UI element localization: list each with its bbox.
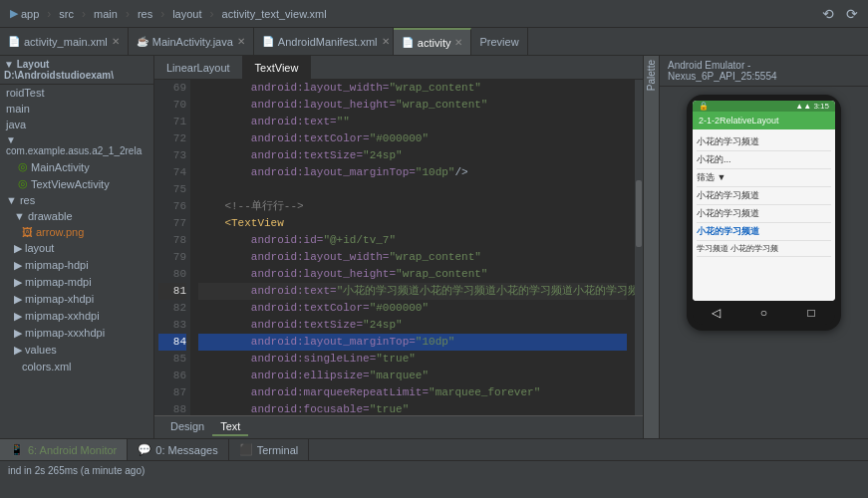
- code-line-79: android:layout_width="wrap_content": [198, 249, 627, 266]
- code-line-87: android:marqueeRepeatLimit="marquee_fore…: [198, 384, 627, 401]
- phone-item-2: 小花的...: [697, 151, 831, 169]
- sep4: ›: [160, 7, 164, 21]
- main-layout: ▼ Layout D:\Androidstudioexam\ roidTest …: [0, 56, 868, 438]
- code-line-70: android:layout_height="wrap_content": [198, 97, 627, 114]
- sidebar-item-arrow[interactable]: 🖼 arrow.png: [0, 224, 153, 240]
- palette-sidebar: Palette: [643, 56, 659, 438]
- tab-mainactivity[interactable]: ☕ MainActivity.java ✕: [129, 28, 254, 55]
- sidebar-item-mipmap-xxhdpi[interactable]: ▶ mipmap-xxhdpi: [0, 308, 153, 325]
- java-icon: ☕: [137, 36, 148, 47]
- sidebar-item-androidtest[interactable]: roidTest: [0, 85, 153, 101]
- sidebar-item-textviewactivity[interactable]: ◎ TextViewActivity: [0, 175, 153, 192]
- png-icon: 🖼: [22, 226, 33, 238]
- code-line-85: android:singleLine="true": [198, 351, 627, 368]
- main-breadcrumb[interactable]: main: [88, 8, 124, 20]
- res-breadcrumb[interactable]: res: [132, 8, 158, 20]
- sidebar-item-layout[interactable]: ▶ layout: [0, 240, 153, 257]
- sidebar-item-main[interactable]: main: [0, 101, 153, 117]
- code-line-81: android:text="小花的学习频道小花的学习频道小花的学习频道小花的学习…: [198, 283, 627, 300]
- sidebar-item-drawable[interactable]: ▼ drawable: [0, 208, 153, 224]
- design-text-tabs: Design Text: [154, 415, 643, 438]
- code-line-88: android:focusable="true": [198, 401, 627, 415]
- scroll-thumb[interactable]: [636, 180, 642, 247]
- tab-preview[interactable]: Preview: [471, 28, 527, 55]
- bottom-tab-messages[interactable]: 💬 0: Messages: [128, 439, 228, 460]
- sidebar-item-values[interactable]: ▶ values: [0, 342, 153, 359]
- top-bar: ▶ app › src › main › res › layout › acti…: [0, 0, 868, 28]
- redo-button[interactable]: ⟳: [840, 6, 864, 22]
- sep1: ›: [47, 7, 51, 21]
- design-tab[interactable]: Design: [162, 418, 212, 436]
- phone-item-5: 小花的学习频道: [697, 205, 831, 223]
- phone-item-1: 小花的学习频道: [697, 133, 831, 151]
- sidebar-item-colors[interactable]: colors.xml: [0, 359, 153, 374]
- phone-item-7: 学习频道 小花的学习频: [697, 241, 831, 257]
- nav-recent-button[interactable]: □: [803, 305, 819, 321]
- sidebar-header: ▼ Layout D:\Androidstudioexam\: [0, 56, 153, 85]
- code-line-74: android:layout_marginTop="10dp"/>: [198, 164, 627, 181]
- code-line-77: <TextView: [198, 215, 627, 232]
- phone-container: 🔒 ▲▲ 3:15 2-1-2RelativeLayout 小花的学习频道 小花…: [660, 87, 868, 438]
- android-monitor-icon: 📱: [10, 443, 24, 456]
- nav-back-button[interactable]: ◁: [709, 305, 724, 321]
- code-line-69: android:layout_width="wrap_content": [198, 80, 627, 97]
- sidebar-item-mipmap-hdpi[interactable]: ▶ mipmap-hdpi: [0, 257, 153, 274]
- close-tab-4[interactable]: ✕: [454, 37, 462, 48]
- xml-icon-3: 📄: [402, 37, 414, 48]
- sidebar-item-mainactivity[interactable]: ◎ MainActivity: [0, 158, 153, 175]
- sidebar-item-mipmap-mdpi[interactable]: ▶ mipmap-mdpi: [0, 274, 153, 291]
- phone-screen: 🔒 ▲▲ 3:15 2-1-2RelativeLayout 小花的学习频道 小花…: [693, 101, 835, 301]
- code-line-80: android:layout_height="wrap_content": [198, 266, 627, 283]
- close-tab-2[interactable]: ✕: [237, 36, 245, 47]
- sep5: ›: [210, 7, 214, 21]
- src-breadcrumb[interactable]: src: [53, 8, 80, 20]
- code-content[interactable]: 69 70 71 72 73 74 75 76 77 78 79 80 81 8…: [154, 80, 643, 415]
- layout-breadcrumb[interactable]: layout: [166, 8, 207, 20]
- text-tab[interactable]: Text: [212, 418, 248, 436]
- phone-item-6: 小花的学习频道: [697, 223, 831, 241]
- bottom-bar: 📱 6: Android Monitor 💬 0: Messages ⬛ Ter…: [0, 438, 868, 460]
- bottom-tab-terminal[interactable]: ⬛ Terminal: [229, 439, 310, 460]
- tab-activity-active[interactable]: 📄 activity ✕: [394, 28, 472, 55]
- emulator-header: Android Emulator - Nexus_6P_API_25:5554: [660, 56, 868, 87]
- app-breadcrumb[interactable]: ▶ app: [4, 7, 45, 20]
- status-bar: ind in 2s 265ms (a minute ago): [0, 460, 868, 480]
- close-tab-3[interactable]: ✕: [382, 36, 390, 47]
- class-icon-2: ◎: [18, 177, 28, 190]
- sidebar-item-package[interactable]: ▼ com.example.asus.a2_1_2rela: [0, 132, 153, 158]
- terminal-icon: ⬛: [239, 443, 253, 456]
- phone-item-4: 小花的学习频道: [697, 187, 831, 205]
- code-line-76: <!--单行行-->: [198, 198, 627, 215]
- code-lines[interactable]: android:layout_width="wrap_content" andr…: [190, 80, 635, 415]
- code-line-83: android:textSize="24sp": [198, 317, 627, 334]
- close-tab-1[interactable]: ✕: [112, 36, 120, 47]
- sidebar-item-java[interactable]: java: [0, 117, 153, 132]
- code-line-84: android:layout_marginTop="10dp": [198, 334, 627, 351]
- emulator-panel: Android Emulator - Nexus_6P_API_25:5554 …: [659, 56, 868, 438]
- nav-home-button[interactable]: ○: [755, 305, 771, 321]
- sidebar-item-mipmap-xxxhdpi[interactable]: ▶ mipmap-xxxhdpi: [0, 325, 153, 342]
- palette-label[interactable]: Palette: [646, 60, 657, 91]
- code-line-72: android:textColor="#000000": [198, 130, 627, 147]
- bottom-tab-android-monitor[interactable]: 📱 6: Android Monitor: [0, 439, 128, 460]
- sidebar-item-res[interactable]: ▼ res: [0, 192, 153, 208]
- phone-title-bar: 2-1-2RelativeLayout: [693, 112, 835, 129]
- editor-tab-linearlayout[interactable]: LinearLayout: [154, 56, 243, 79]
- project-sidebar: ▼ Layout D:\Androidstudioexam\ roidTest …: [0, 56, 154, 438]
- phone-mockup: 🔒 ▲▲ 3:15 2-1-2RelativeLayout 小花的学习频道 小花…: [687, 95, 841, 331]
- app-icon: ▶: [10, 7, 18, 20]
- editor-tab-textview[interactable]: TextView: [243, 56, 312, 79]
- sidebar-item-mipmap-xhdpi[interactable]: ▶ mipmap-xhdpi: [0, 291, 153, 308]
- line-numbers: 69 70 71 72 73 74 75 76 77 78 79 80 81 8…: [154, 80, 190, 415]
- status-text: ind in 2s 265ms (a minute ago): [8, 465, 145, 476]
- code-line-75: [198, 181, 627, 198]
- tab-manifest[interactable]: 📄 AndroidManifest.xml ✕: [254, 28, 394, 55]
- undo-button[interactable]: ⟲: [816, 6, 840, 22]
- tab-activity-main[interactable]: 📄 activity_main.xml ✕: [0, 28, 129, 55]
- file-breadcrumb[interactable]: activity_text_view.xml: [216, 8, 333, 20]
- class-icon-1: ◎: [18, 160, 28, 173]
- sep3: ›: [126, 7, 130, 21]
- editor-area: LinearLayout TextView 69 70 71 72 73 74 …: [154, 56, 643, 438]
- scroll-indicator[interactable]: [635, 80, 643, 415]
- phone-status-bar: 🔒 ▲▲ 3:15: [693, 101, 835, 112]
